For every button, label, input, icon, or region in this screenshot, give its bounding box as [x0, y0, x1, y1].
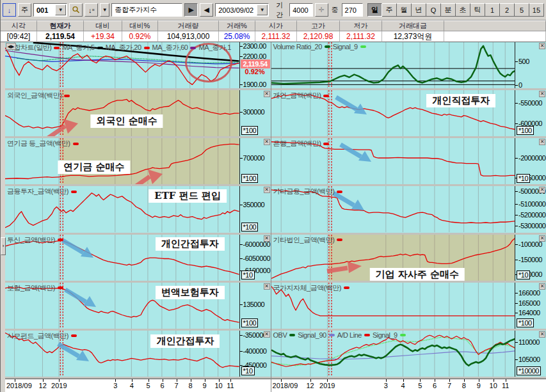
interval-button-15[interactable]: 15 [529, 3, 544, 17]
interval-button-Q[interactable]: Q [426, 3, 441, 17]
panel-close-icon[interactable]: ✕ [539, 139, 545, 145]
legend-left1: 복합차트(일반)MA_종가,5MA_종가,20MA_종가,60MA_종가,1 [7, 43, 231, 52]
legend-marker-icon [325, 45, 330, 48]
plot-right4[interactable]: 기타금융_금액(백만) [271, 186, 515, 232]
splitter-expand-button[interactable]: › [1, 237, 6, 255]
panel-close-icon[interactable]: ✕ [264, 187, 270, 193]
index-name-input[interactable]: 종합주가지수 [111, 3, 182, 17]
arrow-wrap [42, 116, 82, 137]
y-tick-icon [240, 158, 243, 159]
x-axis-label: 12 [39, 382, 47, 389]
y-tick-icon [515, 103, 518, 104]
quote-header-고가: 고가 [297, 20, 340, 31]
panel-close-icon[interactable]: ✕ [264, 331, 270, 338]
plot-left5[interactable]: 투신_금액(백만)개인간접투자 [5, 235, 240, 281]
axis-multiplier-label: *10 [517, 174, 530, 183]
chevron-down-icon[interactable]: ▼ [55, 4, 66, 15]
quote-value-대비%: 0.92% [122, 31, 158, 42]
y-axis-label: -100000 [518, 240, 542, 248]
x-axis-right: 2018/0912201934567891011 [271, 379, 546, 392]
legend-marker-icon [360, 45, 366, 48]
legend-marker-icon [400, 334, 406, 336]
plot-left2[interactable]: 외국인_금액(백만)외국인 순매수 [5, 90, 240, 136]
interval-button-틱[interactable]: 틱 [470, 3, 485, 17]
interval-button-2[interactable]: 2 [500, 3, 515, 17]
panel-close-icon[interactable]: ✕ [539, 187, 545, 193]
code-combobox[interactable]: 001 ▼ [33, 3, 67, 17]
legend-label: 기타금융_금액(백만) [273, 187, 335, 196]
legend-marker-icon [337, 191, 342, 193]
list-order-dropdown[interactable]: ▼ [100, 3, 109, 17]
interval-button-주[interactable]: 주 [382, 3, 397, 17]
interval-button-분[interactable]: 분 [441, 3, 456, 17]
y-axis-label: -2000000 [518, 154, 546, 162]
quote-header-대비: 대비 [84, 20, 122, 31]
period-input[interactable]: 4000 [289, 3, 312, 17]
period-value: 4000 [293, 6, 308, 14]
legend-left7: 사모펀드_금액(백만) [7, 331, 77, 341]
annotation-arrow-down-icon [61, 285, 101, 313]
y-tick-icon [515, 204, 518, 205]
count-input[interactable]: 270 [342, 3, 363, 17]
y-axis-label: 700000 [243, 154, 265, 162]
quote-value-현재가: 2,119.54 [37, 31, 84, 42]
chevron-down-icon[interactable]: ▼ [257, 4, 268, 15]
panel-close-icon[interactable]: ✕ [264, 91, 270, 97]
y-tick-icon [515, 158, 518, 159]
quote-header-대비%: 대비% [122, 20, 158, 31]
panel-close-icon[interactable]: ✕ [539, 331, 545, 338]
plot-left6[interactable]: 보험_금액(백만)변액보험투자 [5, 283, 240, 329]
interval-button-1[interactable]: 1 [485, 3, 500, 17]
change-percent-label: 0.92% [245, 68, 265, 75]
panel-close-icon[interactable]: ✕ [539, 235, 545, 242]
play-back-button[interactable]: ◀ [200, 3, 213, 17]
y-tick-icon [515, 85, 518, 86]
panel-close-icon[interactable]: ✕ [539, 43, 545, 49]
legend-marker-icon [323, 143, 329, 145]
y-axis-label: 105000 [518, 356, 540, 363]
quote-value-row: [09:42]2,119.54+19.340.92%104,913,00025.… [1, 31, 546, 42]
legend-left6: 보험_금액(백만) [7, 283, 63, 293]
interval-button-초[interactable]: 초 [456, 3, 470, 17]
crosshair-move-button[interactable]: ✛ [315, 3, 328, 17]
plot-right5[interactable]: 기타법인_금액(백만)기업 자사주 순매수 [271, 235, 515, 281]
panel-close-icon[interactable]: ✕ [264, 235, 270, 242]
plot-right3[interactable]: 은행_금액(백만) [271, 138, 515, 184]
period-type-button[interactable]: 주 [18, 3, 31, 17]
panel-close-icon[interactable]: ✕ [264, 139, 270, 145]
date-value: 2003/09/02 [216, 6, 256, 14]
interval-button-5[interactable]: 5 [515, 3, 529, 17]
y-axis-label: -5300000 [518, 222, 546, 230]
index-name-value: 종합주가지수 [115, 5, 157, 15]
arrow-wrap [127, 167, 166, 184]
plot-left4[interactable]: 금융투자_금액(백만)ETF 펀드 편입 [5, 186, 240, 232]
quote-header-시가: 시가 [255, 20, 297, 31]
interval-button-일[interactable]: 일 [367, 3, 382, 17]
panel-close-icon[interactable]: ✕ [539, 283, 545, 290]
legend-right1: Volume Ratio_20Signal_9 [273, 43, 366, 51]
legend-label: Volume Ratio_20 [273, 43, 322, 51]
interval-button-월[interactable]: 월 [397, 3, 412, 17]
interval-button-년[interactable]: 년 [412, 3, 426, 17]
quote-value-대비: +19.34 [84, 31, 122, 42]
list-order-button[interactable]: ↓≡ [84, 3, 98, 17]
link-toggle-button[interactable]: ↓ [3, 3, 16, 17]
search-button[interactable] [69, 3, 83, 17]
x-axis-label: 7 [447, 382, 451, 389]
panel-close-icon[interactable]: ✕ [264, 283, 270, 290]
date-combobox[interactable]: 2003/09/02 ▼ [215, 3, 269, 17]
plot-right2[interactable]: 개인_금액(백만)개인직접투자 [271, 90, 515, 136]
panel-close-icon[interactable]: ✕ [539, 91, 545, 97]
plot-left7[interactable]: 사모펀드_금액(백만)개인간접투자 [5, 331, 240, 377]
pane-splitter-grip[interactable]: ◀▶ [6, 43, 16, 50]
plot-left3[interactable]: 연기금 등_금액(백만)연기금 순매수 [5, 138, 240, 184]
plot-right6[interactable]: 국가지자체_금액(백만) [271, 283, 515, 329]
legend-label: 투신_금액(백만) [7, 235, 55, 245]
plot-left1[interactable]: 복합차트(일반)MA_종가,5MA_종가,20MA_종가,60MA_종가,1◀▶ [5, 42, 240, 88]
axis-multiplier-label: *10 [241, 366, 255, 375]
legend-label: 연기금 등_금액(백만) [7, 139, 70, 148]
play-forward-button[interactable]: ▶ [184, 3, 198, 17]
plot-right1[interactable]: Volume Ratio_20Signal_9 [271, 42, 515, 88]
plot-right7[interactable]: OBVSignal_90A/D LineSignal_9 [271, 331, 515, 377]
y-axis-label: -6000000 [243, 240, 271, 248]
